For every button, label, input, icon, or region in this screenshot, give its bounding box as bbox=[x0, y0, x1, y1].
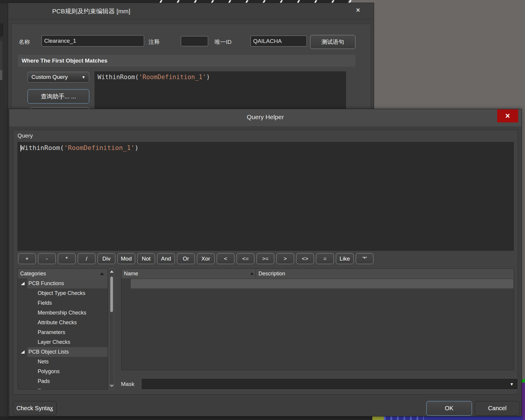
mask-combo[interactable]: ▼ bbox=[141, 378, 518, 390]
category-parameters[interactable]: Parameters bbox=[18, 328, 108, 337]
operator-like-button[interactable]: Like bbox=[336, 253, 354, 264]
unique-id-input[interactable] bbox=[250, 36, 307, 47]
pcb-dialog-titlebar[interactable]: PCB规则及约束编辑器 [mm] × bbox=[8, 3, 374, 19]
operator-button-row: + - * / Div Mod Not And Or Xor < <= >= >… bbox=[18, 253, 374, 264]
sort-ascending-icon bbox=[250, 272, 254, 275]
operator-mod-button[interactable]: Mod bbox=[117, 253, 135, 264]
comment-input[interactable] bbox=[181, 36, 208, 46]
layer-tab-blue-dashes bbox=[384, 416, 424, 420]
operator-gt-button[interactable]: > bbox=[276, 253, 294, 264]
category-fields[interactable]: Fields bbox=[18, 298, 108, 308]
operator-lt-button[interactable]: < bbox=[217, 253, 234, 264]
scroll-up-icon[interactable] bbox=[110, 270, 114, 273]
operator-divide-button[interactable]: / bbox=[78, 253, 95, 264]
clipped-side-tab bbox=[0, 24, 3, 36]
operator-plus-button[interactable]: + bbox=[18, 253, 36, 264]
scrollbar-thumb[interactable] bbox=[110, 277, 113, 312]
sort-ascending-icon bbox=[100, 272, 104, 275]
category-object-type-checks[interactable]: Object Type Checks bbox=[18, 288, 108, 298]
operator-le-button[interactable]: <= bbox=[237, 253, 254, 264]
mask-label: Mask bbox=[121, 381, 134, 387]
unique-id-label: 唯一ID bbox=[215, 38, 232, 46]
category-attribute-checks[interactable]: Attribute Checks bbox=[18, 318, 108, 328]
test-queries-button[interactable]: 测试语句 bbox=[310, 35, 355, 49]
cancel-button[interactable]: Cancel bbox=[475, 401, 520, 416]
categories-header-label: Categories bbox=[20, 271, 46, 277]
category-nets[interactable]: Nets bbox=[18, 357, 108, 367]
operator-eq-button[interactable]: = bbox=[316, 253, 334, 264]
workspace-purple-sliver bbox=[522, 383, 525, 420]
categories-header[interactable]: Categories bbox=[18, 269, 108, 279]
scope-mode-combo[interactable]: Custom Query ▼ bbox=[28, 72, 89, 82]
category-text-clipped[interactable]: Text bbox=[18, 386, 108, 389]
column-divider[interactable] bbox=[256, 269, 256, 279]
chevron-down-icon: ▼ bbox=[82, 75, 85, 79]
category-pads[interactable]: Pads bbox=[18, 376, 108, 386]
category-membership-checks[interactable]: Membership Checks bbox=[18, 308, 108, 318]
check-syntax-button[interactable]: Check Syntax bbox=[13, 401, 57, 415]
chevron-down-icon: ▼ bbox=[510, 382, 514, 387]
query-helper-button[interactable]: 查询助手... ... bbox=[28, 89, 89, 103]
description-column-header[interactable]: Description bbox=[258, 271, 285, 277]
bottom-status-sliver bbox=[0, 416, 525, 420]
screen: PCB规则及约束编辑器 [mm] × 名称 注释 唯一ID 测试语句 Where… bbox=[0, 0, 525, 420]
categories-panel: Categories PCB Functions Object Type Che… bbox=[17, 269, 108, 389]
operator-multiply-button[interactable]: * bbox=[58, 253, 76, 264]
category-polygons[interactable]: Polygons bbox=[18, 367, 108, 376]
query-helper-dialog: Query Helper × Query WithinRoom('RoomDef… bbox=[9, 109, 522, 416]
tree-expanded-icon[interactable] bbox=[21, 282, 25, 285]
pcb-dialog-title: PCB规则及约束编辑器 [mm] bbox=[52, 7, 130, 15]
query-helper-titlebar[interactable]: Query Helper × bbox=[9, 109, 521, 126]
operator-wildcard-button[interactable]: '*' bbox=[356, 253, 374, 264]
tree-expanded-icon[interactable] bbox=[21, 350, 25, 354]
operator-and-button[interactable]: And bbox=[157, 253, 175, 264]
layer-tab-purple bbox=[523, 416, 525, 420]
query-label: Query bbox=[17, 132, 33, 139]
ok-button[interactable]: OK bbox=[426, 401, 472, 416]
operator-ne-button[interactable]: <> bbox=[296, 253, 314, 264]
categories-scrollbar[interactable] bbox=[109, 269, 114, 389]
scope-mode-value: Custom Query bbox=[31, 74, 68, 80]
selected-empty-row[interactable] bbox=[131, 279, 513, 288]
query-editor[interactable]: WithinRoom('RoomDefinition_1') bbox=[17, 142, 514, 251]
comment-label: 注释 bbox=[149, 38, 160, 46]
scroll-down-icon[interactable] bbox=[109, 385, 114, 387]
operator-not-button[interactable]: Not bbox=[137, 253, 155, 264]
operator-ge-button[interactable]: >= bbox=[256, 253, 274, 264]
name-column-header[interactable]: Name bbox=[124, 271, 138, 277]
name-label: 名称 bbox=[19, 38, 30, 46]
operator-or-button[interactable]: Or bbox=[177, 253, 195, 264]
close-button[interactable]: × bbox=[497, 109, 518, 122]
functions-list-panel: Name Description bbox=[121, 269, 514, 370]
query-helper-title: Query Helper bbox=[9, 114, 521, 121]
operator-minus-button[interactable]: - bbox=[38, 253, 56, 264]
category-pcb-object-lists[interactable]: PCB Object Lists bbox=[18, 347, 108, 357]
rule-query-preview-text: WithinRoom('RoomDefinition_1') bbox=[95, 72, 346, 82]
query-editor-text: WithinRoom('RoomDefinition_1') bbox=[18, 142, 513, 153]
rule-name-input[interactable] bbox=[42, 35, 144, 47]
functions-list-header: Name Description bbox=[122, 269, 514, 279]
first-object-section-title: Where The First Object Matches bbox=[22, 58, 107, 64]
operator-div-button[interactable]: Div bbox=[98, 253, 115, 264]
category-layer-checks[interactable]: Layer Checks bbox=[18, 337, 108, 347]
close-icon[interactable]: × bbox=[356, 7, 360, 14]
category-pcb-functions[interactable]: PCB Functions bbox=[18, 279, 108, 288]
first-object-section-header: Where The First Object Matches bbox=[18, 55, 355, 67]
close-icon: × bbox=[505, 112, 510, 120]
clipped-side-panel-highlight bbox=[0, 70, 2, 80]
layer-tab-olive bbox=[372, 416, 384, 420]
operator-xor-button[interactable]: Xor bbox=[197, 253, 215, 264]
rule-query-preview[interactable]: WithinRoom('RoomDefinition_1') bbox=[95, 71, 346, 113]
workspace-green-sliver bbox=[522, 379, 525, 383]
